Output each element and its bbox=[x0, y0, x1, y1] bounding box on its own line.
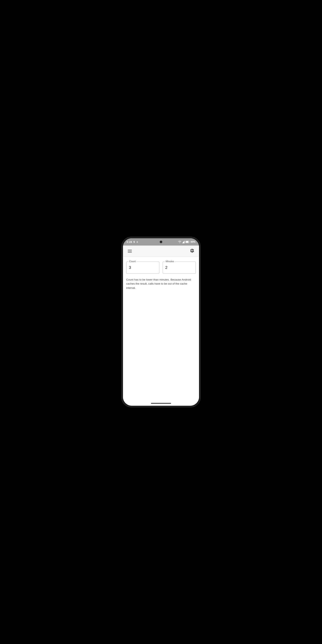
hamburger-line-3 bbox=[128, 252, 132, 252]
fields-row: Count 3 Minutes 2 bbox=[126, 262, 196, 274]
status-bar: 5:28 bbox=[123, 238, 199, 246]
status-icons-left bbox=[133, 240, 139, 243]
count-field[interactable]: Count 3 bbox=[126, 262, 160, 274]
main-content: Count 3 Minutes 2 Count has to be lower … bbox=[123, 257, 199, 401]
hamburger-menu-button[interactable] bbox=[126, 248, 134, 254]
home-indicator bbox=[123, 401, 199, 406]
settings-button[interactable] bbox=[188, 247, 196, 256]
sync-icon bbox=[136, 241, 139, 243]
hamburger-line-1 bbox=[128, 250, 132, 250]
svg-rect-2 bbox=[186, 241, 188, 243]
count-value: 3 bbox=[129, 265, 157, 270]
svg-marker-0 bbox=[182, 240, 184, 243]
battery-icon bbox=[185, 241, 190, 243]
camera-dot bbox=[160, 240, 162, 243]
gear-icon bbox=[190, 248, 194, 253]
home-bar bbox=[151, 403, 171, 404]
minutes-label: Minutes bbox=[165, 260, 175, 263]
phone-screen: 5:28 bbox=[123, 238, 199, 406]
minutes-value: 2 bbox=[165, 265, 193, 270]
signal-icon bbox=[182, 240, 184, 243]
app-bar bbox=[123, 246, 199, 257]
bolt-icon bbox=[133, 240, 135, 243]
minutes-field[interactable]: Minutes 2 bbox=[162, 262, 196, 274]
status-left: 5:28 bbox=[126, 240, 139, 244]
count-label: Count bbox=[128, 260, 136, 263]
battery-percent: 89% bbox=[190, 240, 196, 243]
status-time: 5:28 bbox=[126, 240, 132, 244]
phone-frame: 5:28 bbox=[122, 237, 200, 407]
hamburger-line-2 bbox=[128, 251, 132, 251]
status-right: 89% bbox=[178, 240, 196, 243]
helper-text: Count has to be lower than minutes. Beca… bbox=[126, 278, 196, 290]
wifi-icon bbox=[178, 241, 181, 243]
